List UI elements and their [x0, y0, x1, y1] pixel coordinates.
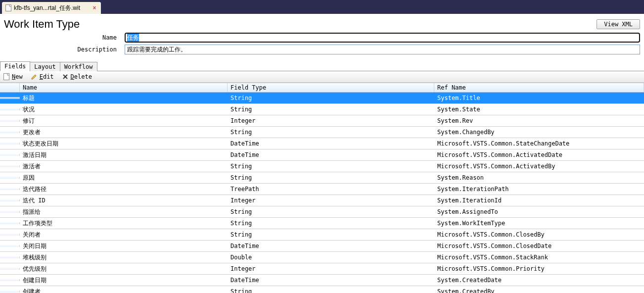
description-label: Description	[4, 46, 125, 53]
delete-button[interactable]: Delete	[62, 73, 92, 80]
close-icon[interactable]: ×	[91, 4, 98, 11]
file-icon	[5, 4, 12, 11]
cell-ref-name: System.State	[434, 105, 644, 114]
cell-name: 激活日期	[20, 150, 228, 160]
row-gutter	[0, 279, 20, 281]
cell-field-type: String	[228, 173, 434, 182]
form-area: Name Description	[0, 33, 644, 60]
table-row[interactable]: 堆栈级别DoubleMicrosoft.VSTS.Common.StackRan…	[0, 252, 644, 263]
row-gutter	[0, 222, 20, 224]
cell-field-type: DateTime	[228, 276, 434, 285]
row-gutter	[0, 245, 20, 247]
view-xml-button[interactable]: View XML	[597, 19, 640, 29]
cell-ref-name: System.Reason	[434, 173, 644, 182]
cell-field-type: String	[228, 105, 434, 114]
cell-field-type: DateTime	[228, 242, 434, 250]
cell-field-type: Integer	[228, 116, 434, 125]
tab-layout[interactable]: Layout	[30, 62, 60, 71]
row-gutter	[0, 154, 20, 156]
table-row[interactable]: 标题StringSystem.Title	[0, 93, 644, 104]
row-gutter	[0, 97, 20, 99]
row-gutter	[0, 188, 20, 190]
cell-ref-name: System.ChangedBy	[434, 128, 644, 137]
table-row[interactable]: 激活者StringMicrosoft.VSTS.Common.Activated…	[0, 161, 644, 172]
table-row[interactable]: 迭代路径TreePathSystem.IterationPath	[0, 184, 644, 195]
row-gutter	[0, 143, 20, 145]
table-row[interactable]: 指派给StringSystem.AssignedTo	[0, 206, 644, 218]
delete-icon	[62, 73, 69, 80]
cell-ref-name: System.WorkItemType	[434, 219, 644, 228]
table-row[interactable]: 创建者StringSystem.CreatedBy	[0, 286, 644, 293]
row-gutter	[0, 120, 20, 122]
cell-name: 关闭者	[20, 230, 228, 240]
description-input[interactable]	[125, 45, 640, 54]
row-gutter	[0, 131, 20, 133]
cell-ref-name: System.CreatedDate	[434, 276, 644, 285]
document-tab[interactable]: kfb-tfs_yan...rtal_任务.wit ×	[2, 2, 101, 14]
cell-ref-name: Microsoft.VSTS.Common.StackRank	[434, 253, 644, 262]
column-header-name[interactable]: Name	[20, 83, 228, 92]
table-row[interactable]: 关闭者StringMicrosoft.VSTS.Common.ClosedBy	[0, 229, 644, 241]
cell-ref-name: Microsoft.VSTS.Common.ActivatedBy	[434, 162, 644, 171]
name-label: Name	[4, 34, 125, 41]
cell-name: 激活者	[20, 161, 228, 172]
cell-name: 堆栈级别	[20, 252, 228, 263]
cell-name: 工作项类型	[20, 218, 228, 229]
cell-field-type: String	[228, 162, 434, 171]
cell-name: 迭代路径	[20, 184, 228, 195]
cell-field-type: Integer	[228, 196, 434, 205]
table-row[interactable]: 工作项类型StringSystem.WorkItemType	[0, 218, 644, 229]
tab-workflow[interactable]: Workflow	[60, 62, 97, 71]
new-label: New	[12, 73, 23, 80]
cell-name: 标题	[20, 93, 228, 103]
cell-field-type: String	[228, 230, 434, 239]
delete-label: Delete	[71, 73, 92, 80]
cell-field-type: String	[228, 128, 434, 137]
cell-name: 更改者	[20, 127, 228, 138]
svg-rect-0	[6, 5, 11, 11]
cell-name: 优先级别	[20, 264, 228, 274]
row-gutter	[0, 234, 20, 236]
cell-ref-name: Microsoft.VSTS.Common.StateChangeDate	[434, 139, 644, 148]
cell-field-type: Integer	[228, 264, 434, 273]
table-row[interactable]: 状态更改日期DateTimeMicrosoft.VSTS.Common.Stat…	[0, 138, 644, 149]
cell-name: 修订	[20, 116, 228, 126]
table-row[interactable]: 状况StringSystem.State	[0, 104, 644, 115]
cell-ref-name: System.Title	[434, 94, 644, 102]
row-gutter	[0, 291, 20, 293]
header: Work Item Type View XML	[0, 14, 644, 33]
grid-header: Name Field Type Ref Name	[0, 83, 644, 93]
cell-name: 状态更改日期	[20, 139, 228, 149]
new-icon	[3, 73, 10, 80]
cell-ref-name: System.IterationPath	[434, 185, 644, 194]
edit-icon	[31, 73, 38, 80]
row-gutter	[0, 108, 20, 110]
table-row[interactable]: 激活日期DateTimeMicrosoft.VSTS.Common.Activa…	[0, 149, 644, 161]
row-gutter	[0, 165, 20, 167]
column-header-ref-name[interactable]: Ref Name	[434, 83, 644, 92]
edit-button[interactable]: Edit	[31, 73, 54, 80]
row-gutter	[0, 199, 20, 201]
name-input[interactable]	[125, 33, 640, 43]
cell-ref-name: Microsoft.VSTS.Common.ActivatedDate	[434, 150, 644, 159]
cell-field-type: String	[228, 287, 434, 293]
table-row[interactable]: 关闭日期DateTimeMicrosoft.VSTS.Common.Closed…	[0, 241, 644, 252]
edit-label: Edit	[40, 73, 54, 80]
table-row[interactable]: 创建日期DateTimeSystem.CreatedDate	[0, 275, 644, 286]
grid-body: 标题StringSystem.Title状况StringSystem.State…	[0, 93, 644, 293]
column-header-field-type[interactable]: Field Type	[228, 83, 434, 92]
table-row[interactable]: 原因StringSystem.Reason	[0, 172, 644, 184]
fields-grid: Name Field Type Ref Name 标题StringSystem.…	[0, 83, 644, 293]
tab-fields[interactable]: Fields	[0, 61, 30, 71]
row-gutter	[0, 211, 20, 213]
table-row[interactable]: 修订IntegerSystem.Rev	[0, 115, 644, 127]
table-row[interactable]: 迭代 IDIntegerSystem.IterationId	[0, 195, 644, 206]
cell-ref-name: System.AssignedTo	[434, 207, 644, 216]
cell-ref-name: System.IterationId	[434, 196, 644, 205]
table-row[interactable]: 更改者StringSystem.ChangedBy	[0, 127, 644, 138]
cell-name: 状况	[20, 104, 228, 115]
row-gutter	[0, 177, 20, 179]
new-button[interactable]: New	[3, 73, 23, 80]
table-row[interactable]: 优先级别IntegerMicrosoft.VSTS.Common.Priorit…	[0, 263, 644, 275]
cell-ref-name: Microsoft.VSTS.Common.ClosedBy	[434, 230, 644, 239]
